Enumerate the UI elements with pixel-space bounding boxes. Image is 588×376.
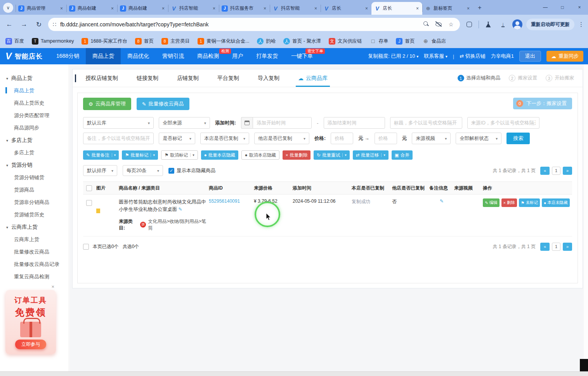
- next-page-button[interactable]: »: [563, 167, 572, 175]
- next-page-button[interactable]: »: [563, 243, 572, 251]
- reload-icon[interactable]: ↻: [33, 19, 44, 30]
- switch-store-button[interactable]: ⇄ 切换店铺: [460, 53, 486, 60]
- batch-migrate-button[interactable]: ⇄批量迁移▾: [353, 150, 389, 160]
- bookmark-item[interactable]: 人韵哈: [257, 38, 276, 45]
- sidebar-item-supply-non-distribute[interactable]: 货源非分销商品: [0, 196, 69, 209]
- batch-delete-button[interactable]: ×批量删除: [283, 150, 311, 160]
- sidebar-group-product-upload[interactable]: ▾商品上货: [0, 72, 69, 85]
- tab-import-copy[interactable]: 导入复制: [248, 69, 289, 87]
- tab-platform-copy[interactable]: 平台复制: [208, 69, 248, 87]
- mark-select[interactable]: 是否标记▾: [159, 133, 195, 144]
- prev-page-button[interactable]: «: [540, 167, 550, 175]
- product-id-link[interactable]: 552956140091: [209, 198, 254, 204]
- show-hidden-toggle[interactable]: ✓ 显示本店隐藏商品: [168, 167, 215, 174]
- sidebar-item-upload-history[interactable]: 商品上货历史: [0, 97, 69, 109]
- self-copied-select[interactable]: 本店是否已复制▾: [200, 133, 249, 144]
- next-step-button[interactable]: 0下一步：搬家设置: [513, 98, 572, 109]
- browser-tab[interactable]: J 商品管理 ×: [16, 2, 66, 15]
- download-icon[interactable]: ↓: [498, 19, 508, 30]
- scrollbar-track[interactable]: [584, 64, 588, 359]
- nav-item-users[interactable]: 用户: [225, 48, 250, 64]
- batch-edit-cloud-button[interactable]: ✎批量修改云商品: [137, 98, 189, 110]
- sidebar-item-batch-edit-cloud[interactable]: 批量修改云商品: [0, 246, 69, 258]
- tab-close-icon[interactable]: ×: [314, 6, 318, 11]
- nav-item-product-upload[interactable]: 商品上货: [86, 48, 121, 64]
- back-icon[interactable]: ←: [4, 19, 15, 30]
- tab-close-icon[interactable]: ×: [59, 6, 64, 11]
- price-max-input[interactable]: [375, 133, 397, 144]
- bookmark-item[interactable]: 人首页 - 聚水潭: [283, 38, 321, 45]
- other-copied-select[interactable]: 他店是否已复制▾: [254, 133, 309, 144]
- end-time-input[interactable]: [324, 117, 385, 129]
- batch-unhide-button[interactable]: ●取消本店隐藏: [241, 150, 279, 160]
- address-bar[interactable]: ∷ fb.dddz.jiancent.com/move/batch/target…: [48, 18, 460, 31]
- extensions-icon[interactable]: [464, 19, 475, 30]
- title-filter-input[interactable]: [390, 117, 462, 129]
- bookmark-item[interactable]: 文文兴供应链: [329, 38, 362, 45]
- window-close-button[interactable]: ×: [571, 0, 588, 15]
- eye-off-icon[interactable]: [434, 21, 443, 28]
- bookmark-item[interactable]: □存单: [369, 38, 388, 45]
- bookmark-item[interactable]: 8首页: [135, 38, 154, 45]
- sidebar-item-category-match[interactable]: 源分类匹配管理: [0, 109, 69, 122]
- select-all-checkbox[interactable]: [86, 185, 92, 191]
- batch-mark-button[interactable]: ⚑批量标记▾: [122, 150, 158, 160]
- contact-support-menu[interactable]: 联系客服 ▾: [424, 53, 448, 60]
- sidebar-item-supply-distribute[interactable]: 货源分销铺货: [0, 171, 69, 184]
- resync-button[interactable]: ☁重新同步: [546, 51, 583, 62]
- tab-close-icon[interactable]: ×: [263, 6, 267, 11]
- bookmark-item[interactable]: 8主营类目: [161, 38, 190, 45]
- sidebar-item-supply-history[interactable]: 货源铺货历史: [0, 209, 69, 221]
- parse-status-select[interactable]: 全部解析状态▾: [456, 133, 501, 144]
- batch-hide-button[interactable]: ●批量本店隐藏: [201, 150, 238, 160]
- browser-tab-active[interactable]: V 店长 ×: [371, 2, 422, 15]
- tab-close-icon[interactable]: ×: [415, 6, 420, 11]
- remark-filter-input[interactable]: [83, 133, 154, 144]
- footer-select-all-checkbox[interactable]: [83, 244, 89, 250]
- edit-remark-icon[interactable]: ✎: [440, 198, 444, 204]
- browser-menu-icon[interactable]: ⋮: [578, 21, 584, 28]
- browser-tab[interactable]: V 抖店智能 ×: [168, 2, 219, 15]
- bookmark-item[interactable]: 1黄铜一体化钛合金...: [198, 38, 249, 45]
- bookmark-item[interactable]: ⊕食品店: [422, 38, 446, 45]
- tab-search-button[interactable]: ∨: [3, 3, 13, 13]
- unmark-button[interactable]: ⚑取消标记▾: [161, 150, 198, 160]
- tab-cloud-library[interactable]: ☁云商品库: [289, 69, 337, 87]
- promo-join-button[interactable]: 立即参与: [15, 340, 46, 349]
- browser-tab[interactable]: V 店长 ×: [321, 2, 371, 15]
- tab-close-icon[interactable]: ×: [364, 6, 369, 11]
- nav-item-product-check[interactable]: 商品检测检测: [191, 48, 225, 64]
- page-size-select[interactable]: 每页20条▾: [123, 165, 163, 176]
- tab-close-icon[interactable]: ×: [110, 6, 114, 11]
- site-info-icon[interactable]: ∷: [53, 21, 56, 28]
- promo-card[interactable]: × 订单工具 免费领 立即参与: [5, 290, 56, 354]
- window-maximize-button[interactable]: □: [554, 0, 571, 15]
- source-video-select[interactable]: 来源视频▾: [412, 133, 451, 144]
- calendar-button[interactable]: [241, 117, 253, 129]
- warehouse-select[interactable]: 默认云库▾: [83, 117, 154, 129]
- edit-title-icon[interactable]: ✎: [178, 207, 182, 212]
- row-checkbox[interactable]: [86, 200, 92, 206]
- browser-tab[interactable]: J 商品创建 ×: [117, 2, 168, 15]
- bookmark-star-icon[interactable]: ☆: [447, 21, 455, 28]
- zoom-out-icon[interactable]: [422, 21, 430, 28]
- current-page-number[interactable]: 1: [552, 167, 560, 175]
- tab-link-copy[interactable]: 链接复制: [127, 69, 168, 87]
- update-browser-button[interactable]: 重新启动即可更新: [526, 19, 574, 30]
- browser-tab[interactable]: J 商品创建 ×: [66, 2, 117, 15]
- batch-remark-button[interactable]: ✎批量备注▾: [83, 150, 119, 160]
- copy-quota-text[interactable]: 复制额度: 已用 2 / 10 ▾: [368, 53, 418, 60]
- sidebar-group-multi-store[interactable]: ▾多店上货: [0, 134, 69, 147]
- sidebar-item-product-upload[interactable]: 商品上货: [0, 85, 69, 97]
- sidebar-item-multi-store-upload[interactable]: 多店上货: [0, 147, 69, 159]
- browser-tab[interactable]: J 抖店服务市 ×: [219, 2, 270, 15]
- tab-authorized-store-copy[interactable]: 授权店铺复制: [76, 69, 127, 87]
- profile-avatar[interactable]: [512, 19, 522, 29]
- sidebar-item-supply-products[interactable]: 货源商品: [0, 184, 69, 196]
- sidebar-item-source-sync[interactable]: 商品源同步: [0, 122, 69, 134]
- source-id-filter-input[interactable]: [467, 117, 539, 129]
- logout-button[interactable]: 退出: [519, 51, 541, 62]
- edit-button[interactable]: ✎编辑: [483, 198, 500, 207]
- start-time-input[interactable]: [253, 117, 312, 129]
- source-select[interactable]: 全部来源▾: [159, 117, 210, 129]
